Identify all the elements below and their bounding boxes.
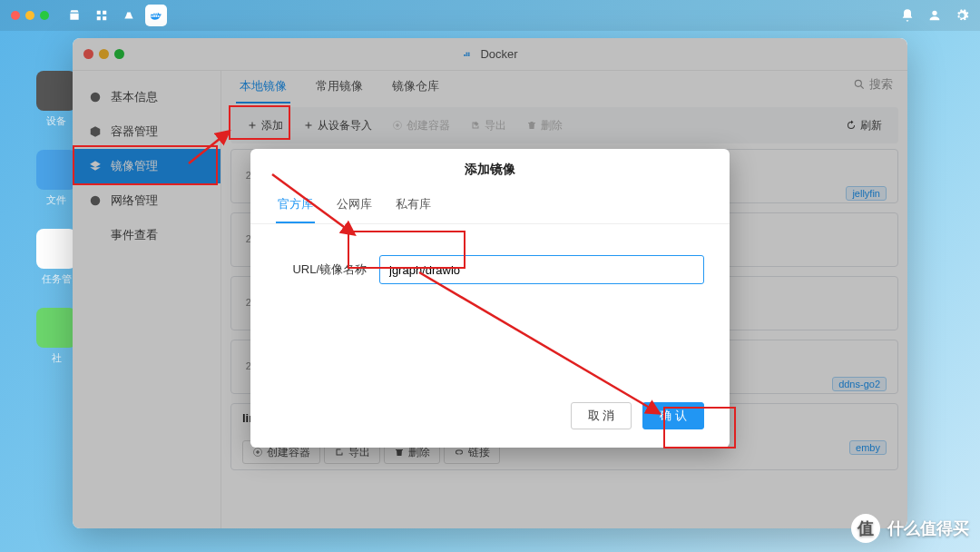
- dialog-title: 添加镜像: [250, 149, 730, 191]
- os-menubar: [0, 0, 980, 31]
- maximize-icon[interactable]: [40, 11, 49, 20]
- dialog-tab-official[interactable]: 官方库: [276, 191, 315, 223]
- bell-icon[interactable]: [900, 8, 915, 23]
- svg-rect-3: [103, 16, 106, 20]
- desktop-icons: 设备 文件 任务管 社: [34, 71, 78, 365]
- dialog-tab-public[interactable]: 公网库: [335, 191, 374, 223]
- user-icon[interactable]: [927, 8, 942, 23]
- app-launcher-3[interactable]: [118, 5, 140, 26]
- status-icon[interactable]: [873, 8, 887, 23]
- dialog-tab-private[interactable]: 私有库: [394, 191, 433, 223]
- field-label: URL/镜像名称: [276, 261, 367, 278]
- svg-rect-1: [103, 11, 106, 15]
- watermark-badge-icon: 值: [851, 514, 880, 543]
- os-tray: [873, 8, 969, 23]
- watermark: 值 什么值得买: [851, 514, 969, 543]
- ok-button[interactable]: 确 认: [642, 402, 704, 429]
- desktop-icon-1[interactable]: 设备: [34, 71, 78, 128]
- app-launcher-2[interactable]: [91, 5, 113, 26]
- dialog-tabs: 官方库 公网库 私有库: [250, 191, 730, 224]
- svg-rect-0: [97, 11, 101, 15]
- minimize-icon[interactable]: [25, 11, 34, 20]
- desktop-icon-3[interactable]: 任务管: [34, 229, 78, 286]
- app-launcher-1[interactable]: [64, 5, 85, 26]
- desktop-icon-4[interactable]: 社: [34, 308, 78, 365]
- docker-app-icon[interactable]: [145, 5, 167, 26]
- window-controls: [11, 11, 49, 20]
- gear-icon[interactable]: [955, 8, 969, 23]
- desktop-icon-2[interactable]: 文件: [34, 150, 78, 207]
- add-image-dialog: 添加镜像 官方库 公网库 私有库 URL/镜像名称 取 消 确 认: [250, 149, 730, 448]
- svg-rect-2: [97, 16, 101, 20]
- image-name-input[interactable]: [379, 255, 704, 284]
- close-icon[interactable]: [11, 11, 20, 20]
- cancel-button[interactable]: 取 消: [571, 402, 632, 429]
